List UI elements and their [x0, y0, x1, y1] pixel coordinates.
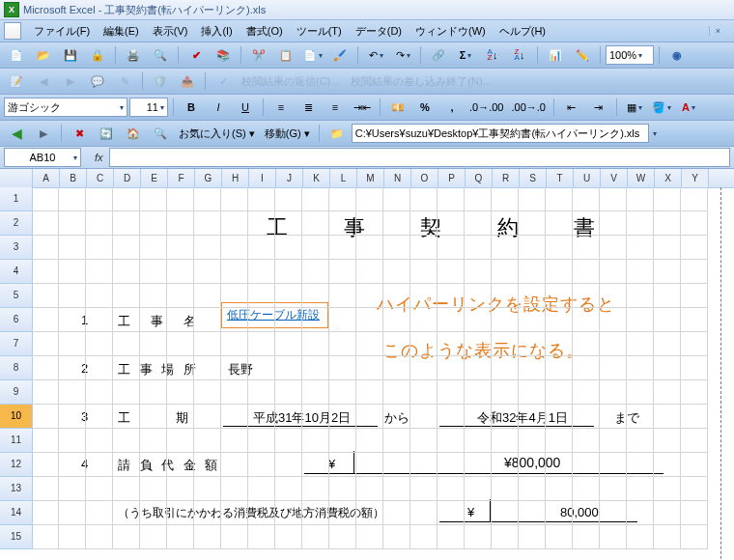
paste-icon[interactable]: 📄▾ — [300, 44, 325, 66]
menu-file[interactable]: ファイル(F) — [27, 22, 97, 41]
currency-icon[interactable]: 💴 — [385, 97, 410, 118]
row-header[interactable]: 14 — [0, 501, 33, 525]
col-header[interactable]: N — [384, 169, 411, 187]
redo-icon[interactable]: ↷▾ — [390, 44, 415, 66]
row-header[interactable]: 1 — [0, 187, 33, 211]
merge-center-icon[interactable]: ⇥⇤ — [350, 97, 375, 118]
col-header[interactable]: O — [411, 169, 438, 187]
col-header[interactable]: C — [87, 169, 114, 187]
col-header[interactable]: V — [601, 169, 628, 187]
row-header[interactable]: 13 — [0, 477, 33, 501]
row-header-selected[interactable]: 10 — [0, 405, 33, 429]
hyperlink-icon[interactable]: 🔗 — [426, 44, 451, 66]
borders-icon[interactable]: ▦▾ — [622, 97, 647, 118]
help-icon[interactable]: ◉ — [664, 44, 690, 66]
col-header[interactable]: T — [547, 169, 574, 187]
col-header[interactable]: I — [249, 169, 276, 187]
fill-color-icon[interactable]: 🪣▾ — [649, 97, 674, 118]
col-header[interactable]: A — [33, 169, 60, 187]
review-new-comment-icon[interactable]: 📝 — [4, 70, 29, 92]
col-header[interactable]: E — [141, 169, 168, 187]
row-header[interactable]: 7 — [0, 332, 33, 356]
review-show-icon[interactable]: 💬 — [85, 70, 110, 92]
new-doc-icon[interactable]: 📄 — [4, 44, 29, 66]
save-icon[interactable]: 💾 — [58, 44, 83, 66]
col-header[interactable]: Y — [682, 169, 709, 187]
col-header[interactable]: L — [330, 169, 357, 187]
namebox-dropdown-icon[interactable]: ▾ — [73, 154, 77, 162]
font-name-input[interactable]: 游ゴシック▾ — [4, 98, 127, 117]
row-header[interactable]: 4 — [0, 260, 33, 284]
review-next-icon[interactable]: ▶ — [58, 70, 83, 92]
search-web-icon[interactable]: 🔍 — [148, 123, 173, 144]
zoom-input[interactable]: 100%▾ — [606, 45, 654, 65]
col-header[interactable]: B — [60, 169, 87, 187]
open-icon[interactable]: 📂 — [31, 44, 56, 66]
format-painter-icon[interactable]: 🖌️ — [327, 44, 353, 66]
sort-desc-icon[interactable]: ZA↓ — [507, 44, 532, 66]
formula-input[interactable] — [109, 148, 730, 167]
permissions-icon[interactable]: 🔒 — [85, 44, 110, 66]
align-center-icon[interactable]: ≣ — [296, 97, 321, 118]
align-left-icon[interactable]: ≡ — [268, 97, 294, 118]
refresh-icon[interactable]: 🔄 — [94, 123, 119, 144]
font-size-input[interactable]: 11▾ — [129, 98, 168, 117]
print-preview-icon[interactable]: 🔍 — [148, 44, 173, 66]
decrease-decimal-icon[interactable]: .00→.0 — [508, 97, 548, 118]
row-header[interactable]: 12 — [0, 453, 33, 477]
col-header[interactable]: M — [357, 169, 384, 187]
autosum-icon[interactable]: Σ▾ — [453, 44, 478, 66]
decrease-indent-icon[interactable]: ⇤ — [559, 97, 584, 118]
bold-icon[interactable]: B — [179, 97, 204, 118]
col-header[interactable]: P — [438, 169, 466, 187]
home-icon[interactable]: 🏠 — [121, 123, 146, 144]
menu-tools[interactable]: ツール(T) — [290, 22, 349, 41]
col-header[interactable]: F — [168, 169, 195, 187]
align-right-icon[interactable]: ≡ — [323, 97, 348, 118]
row-header[interactable]: 2 — [0, 211, 33, 236]
cut-icon[interactable]: ✂️ — [246, 44, 271, 66]
select-all-corner[interactable] — [0, 169, 33, 188]
drawing-icon[interactable]: ✏️ — [570, 44, 595, 66]
menu-view[interactable]: 表示(V) — [146, 22, 195, 41]
percent-icon[interactable]: % — [412, 97, 438, 118]
row-header[interactable]: 6 — [0, 308, 33, 332]
print-icon[interactable]: 🖨️ — [121, 44, 146, 66]
review-protect-icon[interactable]: 🛡️ — [148, 70, 173, 92]
row-header[interactable]: 11 — [0, 429, 33, 453]
minimize-ribbon-icon[interactable]: × — [709, 26, 726, 36]
forward-icon[interactable]: ▶ — [31, 123, 56, 144]
col-header[interactable]: R — [493, 169, 520, 187]
cell-grid[interactable] — [32, 187, 708, 549]
col-header[interactable]: D — [114, 169, 141, 187]
path-dropdown-icon[interactable]: ▾ — [653, 129, 657, 138]
font-color-icon[interactable]: A▾ — [676, 97, 701, 118]
document-icon[interactable] — [4, 22, 21, 40]
row-header[interactable]: 9 — [0, 380, 33, 405]
review-ink-icon[interactable]: ✎ — [112, 70, 137, 92]
col-header[interactable]: X — [655, 169, 682, 187]
spellcheck-icon[interactable]: ✔ — [184, 44, 209, 66]
menu-help[interactable]: ヘルプ(H) — [493, 22, 552, 41]
name-box[interactable]: AB10 ▾ — [4, 148, 81, 167]
comma-icon[interactable]: , — [439, 97, 465, 118]
back-icon[interactable]: ◀ — [4, 123, 29, 144]
review-prev-icon[interactable]: ◀ — [31, 70, 56, 92]
row-header[interactable]: 3 — [0, 236, 33, 260]
sort-asc-icon[interactable]: AZ↓ — [480, 44, 505, 66]
goto-label[interactable]: 移動(G) ▾ — [261, 126, 314, 141]
undo-icon[interactable]: ↶▾ — [363, 44, 388, 66]
col-header[interactable]: K — [303, 169, 330, 187]
worksheet[interactable]: A B C D E F G H I J K L M N O P Q R S T … — [0, 169, 734, 560]
increase-decimal-icon[interactable]: .0→.00 — [466, 97, 506, 118]
col-header[interactable]: J — [276, 169, 303, 187]
address-path[interactable]: C:¥Users¥suzu¥Desktop¥工事契約書(転ハイパーリンク).xl… — [352, 124, 649, 143]
review-share-icon[interactable]: 📤 — [175, 70, 200, 92]
col-header[interactable]: W — [628, 169, 655, 187]
review-merge-end-label[interactable]: 校閲結果の差し込み終了(N)… — [347, 74, 496, 89]
fx-label[interactable]: fx — [95, 152, 103, 163]
folder-icon[interactable]: 📁 — [325, 123, 350, 144]
favorites-label[interactable]: お気に入り(S) ▾ — [175, 126, 259, 141]
research-icon[interactable]: 📚 — [211, 44, 236, 66]
col-header[interactable]: S — [520, 169, 547, 187]
